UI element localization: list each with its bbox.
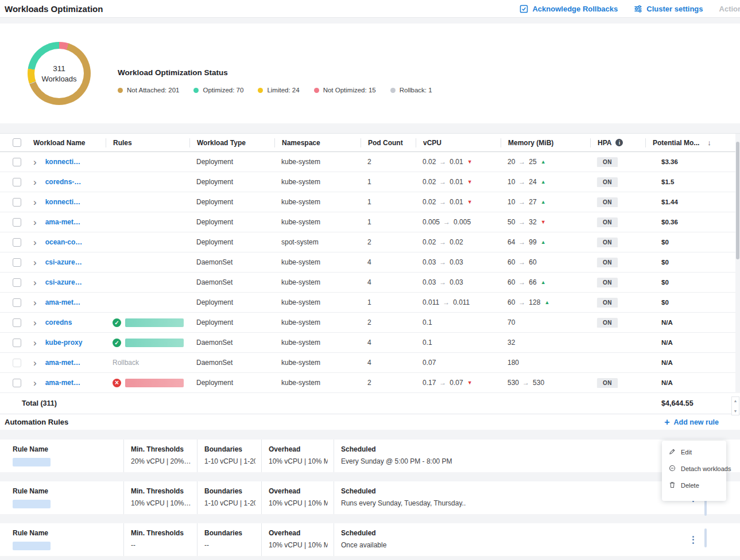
- workload-name-link[interactable]: ama-met…: [45, 298, 80, 306]
- workload-name-link[interactable]: kube-proxy: [45, 339, 83, 347]
- boundaries-label: Boundaries: [204, 487, 255, 495]
- hpa-badge: ON: [597, 197, 618, 207]
- workload-name-link[interactable]: coredns-…: [45, 178, 82, 186]
- row-checkbox[interactable]: [13, 258, 21, 267]
- workload-name-link[interactable]: csi-azure…: [45, 258, 82, 266]
- workload-type: Deployment: [189, 318, 274, 326]
- col-workload-name[interactable]: Workload Name: [26, 138, 106, 147]
- row-checkbox[interactable]: [13, 238, 21, 247]
- col-pod-count[interactable]: Pod Count: [361, 138, 416, 147]
- row-checkbox[interactable]: [13, 339, 21, 347]
- select-all-checkbox[interactable]: [13, 138, 21, 147]
- row-checkbox[interactable]: [13, 278, 21, 287]
- col-workload-type[interactable]: Workload Type: [189, 138, 274, 147]
- rules-cell: [106, 379, 189, 387]
- pod-count: 4: [361, 258, 416, 266]
- expand-chevron-icon[interactable]: [33, 358, 37, 368]
- workload-type: DaemonSet: [189, 258, 274, 266]
- arrow-right-icon: [439, 238, 446, 246]
- expand-chevron-icon[interactable]: [33, 157, 37, 167]
- workload-type: DaemonSet: [189, 339, 274, 347]
- info-icon[interactable]: [615, 139, 623, 146]
- automation-rule-card: Rule Name Min. Thresholds20% vCPU | 20%……: [0, 440, 740, 472]
- col-rules[interactable]: Rules: [106, 138, 189, 147]
- menu-item-edit[interactable]: Edit: [669, 448, 719, 456]
- trend-up-icon: [544, 300, 549, 305]
- col-potential[interactable]: Potential Mo...: [645, 138, 740, 147]
- expand-chevron-icon[interactable]: [33, 298, 37, 308]
- table-row: konnecti… Deployment kube-system 2 0.020…: [0, 152, 740, 172]
- expand-chevron-icon[interactable]: [33, 258, 37, 267]
- expand-chevron-icon[interactable]: [33, 338, 37, 348]
- col-vcpu[interactable]: vCPU: [416, 138, 501, 147]
- table-row: konnecti… Deployment kube-system 1 0.020…: [0, 192, 740, 212]
- scrollbar-thumb[interactable]: [736, 142, 739, 259]
- expand-chevron-icon[interactable]: [33, 278, 37, 287]
- memory-cell: 6060: [501, 258, 590, 266]
- workload-name-link[interactable]: ocean-co…: [45, 238, 83, 246]
- row-checkbox[interactable]: [13, 359, 21, 367]
- sort-desc-icon[interactable]: [707, 138, 711, 147]
- namespace: kube-system: [274, 278, 361, 286]
- hpa-cell: ON: [590, 318, 645, 328]
- hpa-badge: ON: [597, 238, 618, 247]
- row-checkbox[interactable]: [13, 198, 21, 207]
- row-checkbox[interactable]: [13, 158, 21, 166]
- workload-name-link[interactable]: csi-azure…: [45, 278, 82, 286]
- hpa-badge: ON: [597, 298, 618, 308]
- acknowledge-rollbacks-button[interactable]: Acknowledge Rollbacks: [520, 5, 618, 13]
- row-checkbox[interactable]: [13, 298, 21, 307]
- expand-chevron-icon[interactable]: [33, 238, 37, 247]
- memory-cell: 70: [501, 318, 590, 326]
- row-checkbox[interactable]: [13, 318, 21, 327]
- thresholds-label: Min. Thresholds: [131, 529, 191, 537]
- memory-cell: 6499: [501, 238, 590, 246]
- expand-chevron-icon[interactable]: [33, 378, 37, 388]
- workload-name-link[interactable]: konnecti…: [45, 158, 80, 166]
- scroll-up-button[interactable]: ▲: [734, 399, 738, 403]
- menu-item-delete[interactable]: Delete: [669, 481, 719, 489]
- expand-chevron-icon[interactable]: [33, 318, 37, 328]
- col-hpa[interactable]: HPA: [590, 138, 645, 147]
- add-new-rule-button[interactable]: Add new rule: [664, 417, 719, 427]
- legend-dot: [314, 88, 319, 93]
- row-checkbox[interactable]: [13, 379, 21, 387]
- scroll-down-button[interactable]: ▼: [734, 409, 738, 413]
- donut-chart: 311 Workloads: [28, 42, 91, 105]
- actions-button[interactable]: Action: [719, 5, 740, 13]
- circle-minus-icon: [669, 465, 676, 473]
- col-memory[interactable]: Memory (MiB): [501, 138, 590, 147]
- workload-type: Deployment: [189, 238, 274, 246]
- thresholds-label: Min. Thresholds: [131, 445, 191, 453]
- automation-rule-card: Rule Name Min. Thresholds10% vCPU | 10%……: [0, 481, 740, 514]
- mini-scrollbar-thumb[interactable]: [704, 528, 707, 547]
- legend-item-optimized: Optimized: 70: [193, 87, 243, 94]
- expand-chevron-icon[interactable]: [33, 217, 37, 227]
- expand-chevron-icon[interactable]: [33, 177, 37, 187]
- workload-name-link[interactable]: coredns: [45, 318, 72, 326]
- boundaries-label: Boundaries: [204, 445, 255, 453]
- rule-menu-button[interactable]: [690, 534, 696, 546]
- namespace: kube-system: [274, 258, 361, 266]
- pod-count: 1: [361, 298, 416, 306]
- workload-name-link[interactable]: ama-met…: [45, 359, 80, 367]
- thresholds-value: 20% vCPU | 20%…: [131, 457, 191, 465]
- pod-count: 4: [361, 359, 416, 367]
- arrow-right-icon: [518, 278, 525, 286]
- trend-up-icon: [541, 180, 546, 185]
- row-checkbox[interactable]: [13, 178, 21, 186]
- workload-type: DaemonSet: [189, 359, 274, 367]
- pod-count: 2: [361, 238, 416, 246]
- workload-name-link[interactable]: ama-met…: [45, 379, 80, 387]
- potential-savings: $1.5: [645, 178, 740, 185]
- col-namespace[interactable]: Namespace: [274, 138, 361, 147]
- menu-item-detach-workloads[interactable]: Detach workloads: [669, 465, 719, 473]
- pod-count: 2: [361, 318, 416, 326]
- workload-name-link[interactable]: ama-met…: [45, 218, 80, 226]
- memory-cell: 2025: [501, 158, 590, 166]
- hpa-badge: ON: [597, 378, 618, 388]
- row-checkbox[interactable]: [13, 218, 21, 227]
- workload-name-link[interactable]: konnecti…: [45, 198, 80, 206]
- cluster-settings-button[interactable]: Cluster settings: [634, 5, 703, 13]
- expand-chevron-icon[interactable]: [33, 197, 37, 207]
